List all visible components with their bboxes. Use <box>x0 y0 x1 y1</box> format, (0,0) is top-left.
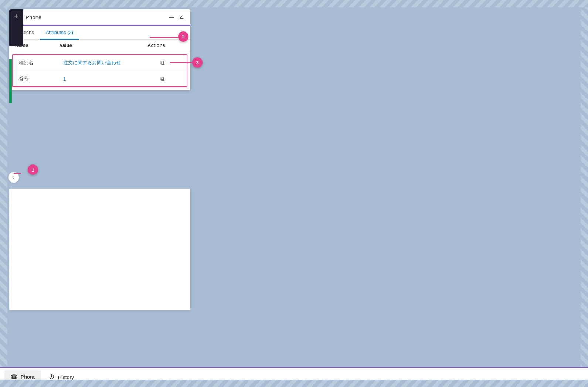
left-zigzag-border <box>0 7 7 380</box>
external-button[interactable] <box>179 14 185 20</box>
tab-attributes[interactable]: Attributes (2) <box>40 26 79 40</box>
annotation-1-line <box>14 173 21 174</box>
panel-title: Phone <box>26 14 168 20</box>
row-1-name: 種別名 <box>19 60 63 66</box>
row-2-copy-button[interactable]: ⧉ <box>144 75 181 82</box>
col-actions-header: Actions <box>147 43 184 48</box>
table-header: Name Value Actions <box>9 40 190 51</box>
attributes-table: 種別名 注文に関するお問い合わせ ⧉ 番号 1 ⧉ <box>12 54 187 87</box>
table-row: 種別名 注文に関するお問い合わせ ⧉ <box>13 55 187 71</box>
lower-panel <box>9 189 190 310</box>
left-sidebar: + <box>9 9 23 46</box>
taskbar-tab-phone[interactable]: ☎ Phone <box>4 370 41 384</box>
row-2-value: 1 <box>63 76 144 82</box>
phone-tab-label: Phone <box>21 374 35 380</box>
phone-tab-icon: ☎ <box>10 373 18 380</box>
taskbar-tab-history[interactable]: ⏱ History <box>43 371 80 384</box>
annotation-3-line <box>170 62 194 63</box>
history-tab-icon: ⏱ <box>49 374 55 381</box>
phone-panel: ☎ Phone — Actions Attributes (2) ⋮ Name … <box>9 9 190 90</box>
green-status-bar <box>9 59 12 103</box>
col-value-header: Value <box>60 43 147 48</box>
history-tab-label: History <box>58 374 74 380</box>
annotation-2: 2 <box>178 31 188 42</box>
sidebar-add-icon[interactable]: + <box>14 12 18 21</box>
minimize-button[interactable]: — <box>168 13 175 21</box>
annotation-1: 1 <box>28 164 38 175</box>
row-1-copy-button[interactable]: ⧉ <box>144 60 181 66</box>
table-row: 番号 1 ⧉ <box>13 71 187 86</box>
annotation-2-line <box>150 37 179 38</box>
copy-icon-2: ⧉ <box>160 75 164 82</box>
header-actions: — <box>168 13 185 21</box>
right-zigzag-border <box>581 7 588 380</box>
row-2-name: 番号 <box>19 75 63 82</box>
taskbar: ☎ Phone ⏱ History <box>0 367 588 387</box>
chevron-right-icon: › <box>13 175 14 180</box>
copy-icon-1: ⧉ <box>160 60 164 66</box>
panel-header: ☎ Phone — <box>9 9 190 26</box>
row-1-value: 注文に関するお問い合わせ <box>63 60 144 66</box>
